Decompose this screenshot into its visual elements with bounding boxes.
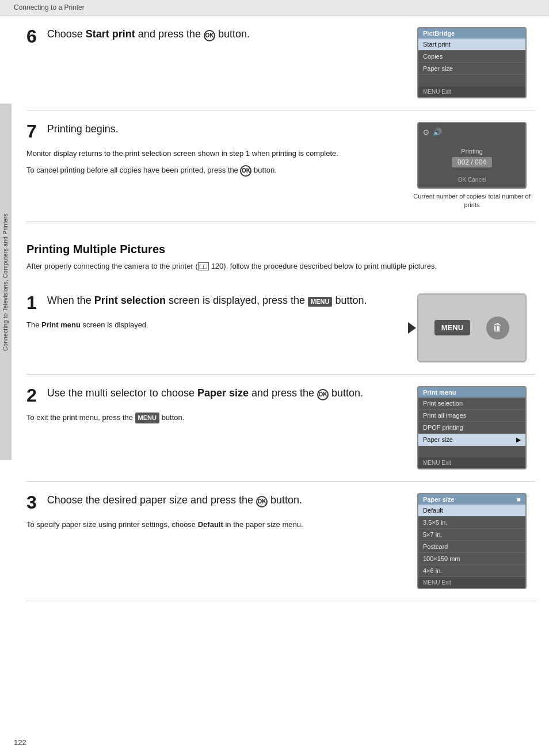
step-2-number: 2: [26, 386, 37, 404]
lcd-6-item-2: Copies: [418, 51, 525, 63]
page-number: 122: [14, 738, 26, 747]
step-1-title: When the Print selection screen is displ…: [47, 293, 367, 308]
lcd-6-title: PictBridge: [418, 28, 525, 39]
step-7-lcd: ⊙ 🔊 Printing 002 / 004 OK Cancel: [417, 122, 527, 189]
lcd-3-footer: MENU Exit: [418, 577, 525, 588]
camera-menu-button-img: MENU 🗑: [417, 293, 527, 362]
step-1-body: The Print menu screen is displayed.: [26, 319, 397, 331]
arrow-icon: [408, 322, 416, 334]
step-6-section: 6 Choose Start print and press the OK bu…: [26, 16, 535, 110]
lcd-6-footer: MENU Exit: [418, 86, 525, 97]
ok-icon-6: OK: [204, 30, 215, 41]
lcd-2-item-1: Print selection: [418, 398, 525, 410]
page-header: Connecting to a Printer: [0, 0, 549, 16]
step-2-title: Use the multi selector to choose Paper s…: [47, 386, 363, 400]
book-ref-icon: □□: [198, 262, 209, 270]
lcd-2-item-3: DPOF printing: [418, 422, 525, 434]
step-7-body-2: To cancel printing before all copies hav…: [26, 165, 397, 177]
step-1-left: 1 When the Print selection screen is dis…: [26, 293, 409, 362]
step-7-right: ⊙ 🔊 Printing 002 / 004 OK Cancel Current…: [409, 122, 535, 210]
menu-button-visual: MENU: [434, 320, 470, 335]
trash-button-visual: 🗑: [486, 316, 509, 339]
step-2-body: To exit the print menu, press the MENU b…: [26, 412, 397, 424]
lcd-3-item-5: 100×150 mm: [418, 553, 525, 565]
step-7-caption: Current number of copies/ total number o…: [409, 192, 535, 210]
step-3-left: 3 Choose the desired paper size and pres…: [26, 493, 409, 589]
step-6-left: 6 Choose Start print and press the OK bu…: [26, 27, 409, 98]
lcd-2-item-4: Paper size ▶: [418, 434, 525, 446]
lcd-2-empty: [418, 446, 525, 457]
step-1-right: MENU 🗑: [409, 293, 535, 362]
step-7-title: Printing begins.: [47, 122, 119, 136]
side-label-bar: Connecting to Televisions, Computers and…: [0, 104, 12, 460]
lcd-7-icons: ⊙ 🔊: [423, 128, 521, 136]
step-2-right: Print menu Print selection Print all ima…: [409, 386, 535, 469]
lcd-3-item-2: 3.5×5 in.: [418, 517, 525, 529]
step-1-number: 1: [26, 293, 37, 312]
ok-icon-7: OK: [240, 165, 251, 177]
step-1-section: 1 When the Print selection screen is dis…: [26, 282, 535, 375]
lcd-3-item-6: 4×6 in.: [418, 565, 525, 577]
lcd-3-titlebar: Paper size ■: [418, 494, 525, 505]
step-7-body: Monitor display returns to the print sel…: [26, 148, 397, 177]
printing-multiple-section: Printing Multiple Pictures After properl…: [26, 222, 535, 273]
lcd-2-item-2: Print all images: [418, 410, 525, 422]
step-3-body: To specify paper size using printer sett…: [26, 519, 397, 531]
menu-kbd-2: MENU: [135, 413, 159, 424]
printing-counter: 002 / 004: [452, 157, 492, 167]
step-3-lcd: Paper size ■ Default 3.5×5 in. 5×7 in. P…: [417, 493, 527, 589]
lcd-3-item-4: Postcard: [418, 541, 525, 553]
side-label-text: Connecting to Televisions, Computers and…: [3, 213, 9, 350]
step-3-title: Choose the desired paper size and press …: [47, 493, 302, 507]
menu-kbd-1: MENU: [308, 297, 332, 307]
step-7-number: 7: [26, 122, 37, 140]
step-7-body-1: Monitor display returns to the print sel…: [26, 148, 397, 160]
lcd-6-item-3: Paper size: [418, 63, 525, 75]
step-6-title: Choose Start print and press the OK butt…: [47, 27, 250, 41]
step-2-lcd: Print menu Print selection Print all ima…: [417, 386, 527, 469]
step-2-section: 2 Use the multi selector to choose Paper…: [26, 375, 535, 482]
step-6-lcd: PictBridge Start print Copies Paper size…: [417, 27, 527, 98]
step-7-left: 7 Printing begins. Monitor display retur…: [26, 122, 409, 210]
step-3-section: 3 Choose the desired paper size and pres…: [26, 482, 535, 601]
step-2-left: 2 Use the multi selector to choose Paper…: [26, 386, 409, 469]
step-6-right: PictBridge Start print Copies Paper size…: [409, 27, 535, 98]
lcd-6-empty: [418, 75, 525, 86]
step-3-right: Paper size ■ Default 3.5×5 in. 5×7 in. P…: [409, 493, 535, 589]
lcd-2-footer: MENU Exit: [418, 457, 525, 468]
step-3-number: 3: [26, 493, 37, 511]
step-6-number: 6: [26, 27, 37, 45]
printing-multiple-intro: After properly connecting the camera to …: [26, 261, 535, 273]
ok-icon-2: OK: [317, 389, 329, 400]
ok-cancel-label: OK Cancel: [423, 177, 521, 183]
lcd-3-item-1: Default: [418, 505, 525, 517]
ok-icon-3: OK: [256, 496, 268, 507]
lcd-6-item-1: Start print: [418, 39, 525, 51]
printing-label: Printing: [423, 148, 521, 155]
header-title: Connecting to a Printer: [14, 3, 85, 12]
lcd-3-item-3: 5×7 in.: [418, 529, 525, 541]
printing-multiple-heading: Printing Multiple Pictures: [26, 243, 535, 256]
step-7-section: 7 Printing begins. Monitor display retur…: [26, 110, 535, 222]
lcd-2-title: Print menu: [418, 387, 525, 398]
